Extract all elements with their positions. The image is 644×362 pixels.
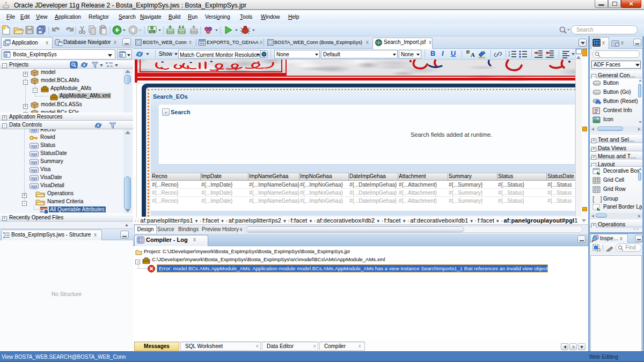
svg-text:0101: 0101 <box>167 30 174 34</box>
svg-text:A: A <box>471 51 475 58</box>
svg-text:SQL: SQL <box>150 31 155 33</box>
svg-text:xyz: xyz <box>31 176 38 181</box>
svg-text:xyz: xyz <box>31 184 38 189</box>
svg-text:xyz: xyz <box>31 168 38 173</box>
svg-text:xyz: xyz <box>31 152 38 157</box>
svg-text:2: 2 <box>508 54 510 57</box>
svg-text:xyz: xyz <box>31 160 38 165</box>
svg-text:0101: 0101 <box>178 30 186 34</box>
svg-text:0101: 0101 <box>191 30 198 34</box>
svg-text:xyz: xyz <box>31 144 38 149</box>
